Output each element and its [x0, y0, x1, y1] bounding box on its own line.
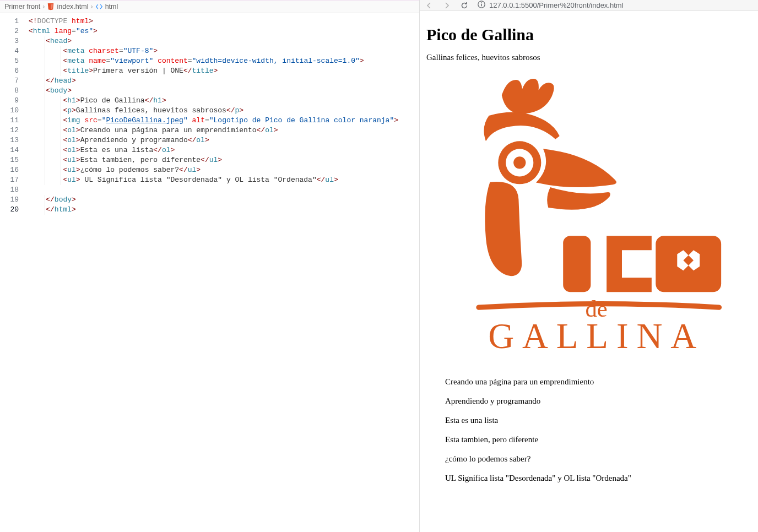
code-line[interactable]: <head>	[29, 36, 419, 46]
code-line[interactable]: <p>Gallinas felices, huevitos sabrosos</…	[29, 106, 419, 116]
browser-toolbar: 127.0.0.1:5500/Primer%20front/index.html	[420, 0, 758, 11]
line-number: 17	[0, 175, 19, 185]
line-number: 20	[0, 205, 19, 215]
back-button[interactable]	[424, 1, 434, 10]
code-line[interactable]: <ol>Creando una página para un emprendim…	[29, 126, 419, 135]
svg-point-3	[513, 156, 526, 169]
list-item: Aprendiendo y programando	[445, 397, 751, 406]
browser-viewport[interactable]: Pico de Gallina Gallinas felices, huevit…	[420, 11, 758, 532]
line-number: 10	[0, 106, 19, 116]
breadcrumb-file[interactable]: index.html	[57, 3, 88, 10]
browser-pane: 127.0.0.1:5500/Primer%20front/index.html…	[420, 0, 758, 532]
list-item: Esta es una lista	[445, 416, 751, 425]
code-line[interactable]: </html>	[29, 205, 419, 215]
line-number: 7	[0, 76, 19, 86]
code-line[interactable]: <ol>Esta es una lista</ol>	[29, 145, 419, 155]
line-number-gutter: 1234567891011121314151617181920	[0, 13, 29, 532]
code-line[interactable]: </body>	[29, 195, 419, 205]
line-number: 19	[0, 195, 19, 205]
page-subtitle: Gallinas felices, huevitos sabrosos	[426, 53, 751, 62]
line-number: 15	[0, 155, 19, 165]
breadcrumb-folder[interactable]: Primer front	[4, 3, 40, 10]
logo-image: de GALLINA	[443, 72, 751, 361]
list-item: Creando una página para un emprendimient…	[445, 377, 751, 387]
address-url: 127.0.0.1:5500/Primer%20front/index.html	[489, 1, 624, 9]
code-line[interactable]: <!DOCTYPE html>	[29, 17, 419, 26]
site-info-icon[interactable]	[477, 0, 486, 10]
line-number: 1	[0, 17, 19, 26]
forward-button[interactable]	[442, 1, 452, 10]
list-item: ¿cómo lo podemos saber?	[445, 454, 751, 464]
code-line[interactable]: <ul>¿cómo lo podemos saber?</ul>	[29, 165, 419, 175]
code-editor[interactable]: 1234567891011121314151617181920 <!DOCTYP…	[0, 13, 419, 532]
code-line[interactable]: </head>	[29, 76, 419, 86]
chevron-right-icon: ›	[42, 3, 45, 10]
line-number: 14	[0, 145, 19, 155]
breadcrumb-symbol[interactable]: html	[105, 3, 118, 10]
code-line[interactable]	[29, 185, 419, 195]
line-number: 12	[0, 126, 19, 135]
line-number: 13	[0, 135, 19, 145]
line-number: 18	[0, 185, 19, 195]
code-line[interactable]: <ul> UL Significa lista "Desordenada" y …	[29, 175, 419, 185]
code-tag-icon	[95, 3, 103, 10]
breadcrumb[interactable]: Primer front › index.html › html	[0, 0, 419, 13]
chevron-right-icon: ›	[90, 3, 93, 10]
code-lines[interactable]: <!DOCTYPE html><html lang="es"> <head> <…	[29, 13, 419, 532]
html-file-icon	[47, 3, 55, 10]
code-line[interactable]: <ol>Aprendiendo y programando</ol>	[29, 135, 419, 145]
svg-rect-2	[481, 2, 481, 3]
logo-gallina-text: GALLINA	[488, 316, 705, 356]
page-title: Pico de Gallina	[426, 25, 751, 44]
code-line[interactable]: <img src="PicoDeGallina.jpeg" alt="Logot…	[29, 116, 419, 126]
svg-rect-4	[563, 236, 591, 292]
code-line[interactable]: <body>	[29, 86, 419, 96]
line-number: 8	[0, 86, 19, 96]
line-number: 16	[0, 165, 19, 175]
address-bar[interactable]: 127.0.0.1:5500/Primer%20front/index.html	[477, 0, 624, 10]
code-line[interactable]: <title>Primera versión | ONE</title>	[29, 66, 419, 76]
reload-button[interactable]	[459, 1, 469, 10]
line-number: 11	[0, 116, 19, 126]
code-line[interactable]: <ul>Esta tambien, pero diferente</ul>	[29, 155, 419, 165]
line-number: 3	[0, 36, 19, 46]
list-item: Esta tambien, pero diferente	[445, 435, 751, 444]
line-number: 9	[0, 96, 19, 106]
code-line[interactable]: <h1>Pico de Gallina</h1>	[29, 96, 419, 106]
list-item: UL Significa lista "Desordenada" y OL li…	[445, 474, 751, 483]
code-line[interactable]: <meta charset="UTF-8">	[29, 46, 419, 56]
line-number: 4	[0, 46, 19, 56]
line-number: 6	[0, 66, 19, 76]
editor-pane: Primer front › index.html › html 1234567…	[0, 0, 420, 532]
code-line[interactable]: <html lang="es">	[29, 26, 419, 36]
line-number: 2	[0, 26, 19, 36]
line-number: 5	[0, 56, 19, 66]
svg-rect-1	[481, 4, 481, 7]
code-line[interactable]: <meta name="viewport" content="width=dev…	[29, 56, 419, 66]
